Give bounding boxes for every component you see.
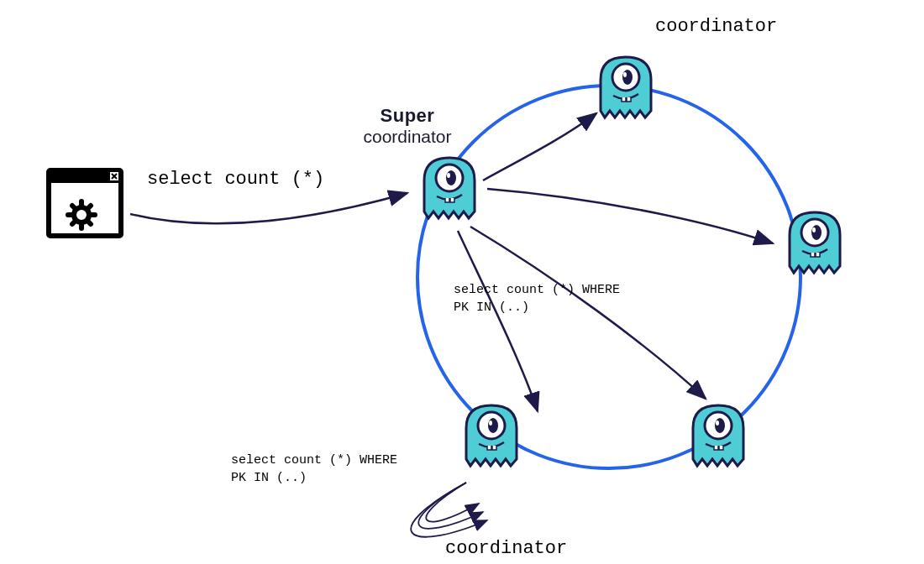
node-bottom-right xyxy=(680,399,756,478)
svg-point-13 xyxy=(811,225,822,240)
svg-point-14 xyxy=(812,227,816,232)
client-terminal-icon xyxy=(46,168,123,238)
node-top-coordinator xyxy=(588,50,664,130)
node-super-coordinator xyxy=(412,151,487,231)
label-bottom-coordinator: coordinator xyxy=(445,537,567,561)
label-query-self: select count (*) WHERE PK IN (..) xyxy=(231,452,397,487)
svg-point-10 xyxy=(622,70,633,85)
node-bottom-left-coordinator xyxy=(454,399,529,478)
svg-point-11 xyxy=(623,72,627,77)
label-query-sub-line1: select count (*) WHERE xyxy=(454,283,620,297)
svg-point-7 xyxy=(446,170,456,185)
svg-point-19 xyxy=(488,418,498,433)
label-super-sub: coordinator xyxy=(363,127,451,146)
label-super-coordinator: Super coordinator xyxy=(332,105,483,147)
label-query-sub-line2: PK IN (..) xyxy=(454,300,529,315)
svg-point-20 xyxy=(489,420,492,426)
svg-point-17 xyxy=(716,420,719,426)
arrow-self-loop-3 xyxy=(411,483,487,537)
svg-point-8 xyxy=(447,173,450,178)
label-top-coordinator: coordinator xyxy=(655,15,777,39)
svg-point-16 xyxy=(715,418,725,433)
label-query-sub: select count (*) WHERE PK IN (..) xyxy=(454,281,620,316)
label-query-self-line1: select count (*) WHERE xyxy=(231,453,397,467)
label-query-self-line2: PK IN (..) xyxy=(231,471,307,485)
arrow-self-loop-1 xyxy=(426,483,479,522)
label-query-main: select count (*) xyxy=(147,168,324,192)
arrow-client-to-super xyxy=(130,193,407,223)
node-right xyxy=(777,206,853,285)
arrow-self-loop-2 xyxy=(418,483,483,529)
label-super-bold: Super xyxy=(381,105,435,126)
